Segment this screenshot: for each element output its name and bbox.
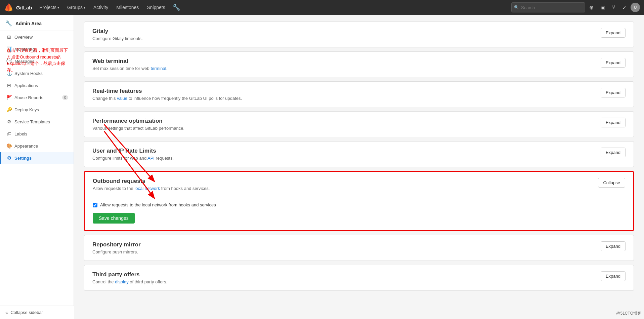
terminal-link[interactable]: terminal bbox=[151, 66, 166, 71]
outbound-desc: Allow requests to the local network from… bbox=[93, 186, 210, 191]
performance-header: Performance optimization Various setting… bbox=[84, 112, 634, 137]
sidebar-item-messages[interactable]: 💬 Messages bbox=[0, 55, 74, 67]
performance-expand-button[interactable]: Expand bbox=[601, 118, 626, 127]
issues-icon[interactable]: ✓ bbox=[619, 3, 629, 12]
sidebar-item-deploy-keys[interactable]: 🔑 Deploy Keys bbox=[0, 104, 74, 116]
outbound-body: Allow requests to the local network from… bbox=[85, 197, 633, 230]
repo-mirror-section: Repository mirror Configure push mirrors… bbox=[84, 235, 634, 261]
sidebar-item-label: Abuse Reports bbox=[14, 95, 43, 100]
realtime-header: Real-time features Change this value to … bbox=[84, 82, 634, 107]
sidebar-item-applications[interactable]: ⊟ Applications bbox=[0, 79, 74, 91]
sidebar-title: Admin Area bbox=[15, 21, 42, 26]
app-icon: ⊟ bbox=[6, 83, 12, 88]
realtime-title: Real-time features bbox=[92, 88, 242, 94]
sidebar-item-label: Labels bbox=[14, 131, 27, 136]
message-icon: 💬 bbox=[6, 58, 12, 64]
gitaly-title: Gitaly bbox=[92, 28, 143, 35]
outbound-section: Outbound requests Allow requests to the … bbox=[84, 171, 634, 231]
web-terminal-header: Web terminal Set max session time for we… bbox=[84, 52, 634, 77]
outbound-collapse-button[interactable]: Collapse bbox=[598, 178, 625, 188]
sidebar-item-label: Settings bbox=[14, 156, 32, 161]
performance-section: Performance optimization Various setting… bbox=[84, 111, 634, 137]
sidebar-item-abuse-reports[interactable]: 🚩 Abuse Reports 0 bbox=[0, 91, 74, 104]
rate-limits-header: User and IP Rate Limits Configure limits… bbox=[84, 142, 634, 167]
sidebar-item-labels[interactable]: 🏷 Labels bbox=[0, 128, 74, 140]
sidebar-item-label: Service Templates bbox=[14, 119, 50, 124]
wrench-icon: 🔧 bbox=[5, 20, 12, 27]
third-party-display-link[interactable]: display bbox=[115, 279, 128, 284]
save-changes-button[interactable]: Save changes bbox=[93, 213, 135, 224]
realtime-value-link[interactable]: value bbox=[117, 96, 127, 101]
sidebar-item-monitoring[interactable]: 📊 Monitoring bbox=[0, 43, 74, 55]
gitaly-section: Gitaly Configure Gitaly timeouts. Expand bbox=[84, 22, 634, 47]
api-link[interactable]: API bbox=[147, 156, 155, 161]
gitaly-expand-button[interactable]: Expand bbox=[601, 28, 626, 38]
chevron-left-icon: « bbox=[5, 310, 8, 315]
realtime-expand-button[interactable]: Expand bbox=[601, 88, 626, 97]
snippets-link[interactable]: Snippets bbox=[143, 3, 168, 11]
chevron-down-icon: ▾ bbox=[84, 6, 85, 9]
repo-mirror-title: Repository mirror bbox=[92, 241, 141, 248]
rate-limits-section: User and IP Rate Limits Configure limits… bbox=[84, 141, 634, 167]
performance-desc: Various settings that affect GitLab perf… bbox=[92, 126, 184, 131]
sidebar-item-appearance[interactable]: 🎨 Appearance bbox=[0, 140, 74, 152]
third-party-header: Third party offers Control the display o… bbox=[84, 265, 634, 290]
third-party-desc: Control the display of third party offer… bbox=[92, 279, 167, 284]
repo-mirror-header: Repository mirror Configure push mirrors… bbox=[84, 235, 634, 261]
rate-limits-desc: Configure limits for web and API request… bbox=[92, 156, 174, 161]
brand-name: GitLab bbox=[16, 5, 32, 10]
sidebar-item-label: Deploy Keys bbox=[14, 107, 39, 112]
chevron-down-icon: ▾ bbox=[57, 6, 59, 9]
sidebar-item-label: Monitoring bbox=[14, 47, 35, 52]
main-content: Gitaly Configure Gitaly timeouts. Expand… bbox=[74, 15, 644, 319]
label-icon: 🏷 bbox=[6, 131, 12, 136]
sidebar-item-settings[interactable]: ⚙ Settings bbox=[0, 152, 74, 164]
repo-mirror-desc: Configure push mirrors. bbox=[92, 249, 141, 254]
projects-menu[interactable]: Projects ▾ bbox=[36, 3, 63, 11]
gear-icon: ⚙ bbox=[6, 155, 12, 161]
hook-icon: ⚓ bbox=[6, 71, 12, 76]
outbound-checkbox[interactable] bbox=[93, 203, 97, 207]
rate-limits-title: User and IP Rate Limits bbox=[92, 148, 174, 154]
top-navigation: GitLab Projects ▾ Groups ▾ Activity Mile… bbox=[0, 0, 644, 15]
realtime-desc: Change this value to influence how frequ… bbox=[92, 96, 242, 101]
local-network-link[interactable]: local network bbox=[134, 186, 160, 191]
appearance-icon: 🎨 bbox=[6, 143, 12, 149]
third-party-section: Third party offers Control the display o… bbox=[84, 265, 634, 291]
search-wrapper: 🔍 bbox=[511, 2, 585, 12]
grid-icon: ⊞ bbox=[6, 34, 12, 40]
admin-wrench-icon[interactable]: 🔧 bbox=[170, 2, 183, 12]
performance-title: Performance optimization bbox=[92, 118, 184, 124]
repo-mirror-expand-button[interactable]: Expand bbox=[601, 241, 626, 251]
search-icon: 🔍 bbox=[514, 5, 519, 10]
collapse-sidebar-button[interactable]: « Collapse sidebar bbox=[0, 306, 74, 319]
merge-request-icon[interactable]: ⑂ bbox=[609, 3, 618, 12]
realtime-section: Real-time features Change this value to … bbox=[84, 81, 634, 107]
activity-link[interactable]: Activity bbox=[90, 3, 112, 11]
new-item-icon[interactable]: ⊕ bbox=[587, 3, 596, 12]
search-input[interactable] bbox=[511, 2, 585, 12]
display-icon[interactable]: ▣ bbox=[598, 3, 608, 12]
web-terminal-expand-button[interactable]: Expand bbox=[601, 58, 626, 68]
web-terminal-title: Web terminal bbox=[92, 58, 167, 65]
web-terminal-section: Web terminal Set max session time for we… bbox=[84, 51, 634, 77]
sidebar-item-label: Overview bbox=[14, 35, 33, 40]
monitor-icon: 📊 bbox=[6, 46, 12, 52]
outbound-checkbox-row: Allow requests to the local network from… bbox=[93, 202, 625, 207]
brand-logo[interactable]: GitLab bbox=[4, 3, 32, 12]
page-layout: 🔧 Admin Area ⊞ Overview 📊 Monitoring 💬 M… bbox=[0, 15, 644, 319]
sidebar-item-overview[interactable]: ⊞ Overview bbox=[0, 31, 74, 43]
groups-menu[interactable]: Groups ▾ bbox=[64, 3, 89, 11]
rate-limits-expand-button[interactable]: Expand bbox=[601, 148, 626, 157]
third-party-expand-button[interactable]: Expand bbox=[601, 271, 626, 281]
outbound-header: Outbound requests Allow requests to the … bbox=[85, 172, 633, 197]
collapse-sidebar-label: Collapse sidebar bbox=[10, 310, 43, 315]
abuse-reports-badge: 0 bbox=[62, 95, 68, 100]
sidebar-item-label: Applications bbox=[14, 83, 38, 88]
user-avatar[interactable]: U bbox=[631, 3, 640, 12]
sidebar: 🔧 Admin Area ⊞ Overview 📊 Monitoring 💬 M… bbox=[0, 15, 74, 319]
sidebar-item-system-hooks[interactable]: ⚓ System Hooks bbox=[0, 67, 74, 79]
sidebar-item-service-templates[interactable]: ⚙ Service Templates bbox=[0, 116, 74, 128]
web-terminal-desc: Set max session time for web terminal. bbox=[92, 66, 167, 71]
milestones-link[interactable]: Milestones bbox=[113, 3, 142, 11]
